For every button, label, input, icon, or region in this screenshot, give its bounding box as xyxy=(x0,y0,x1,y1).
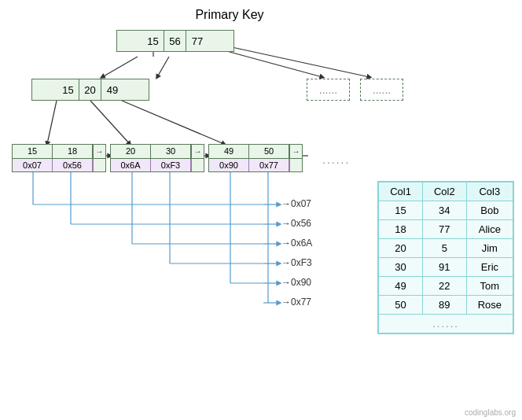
leaf1-bot-1: 0x07 xyxy=(13,159,53,172)
level1-node-left: 15 20 49 xyxy=(31,79,149,101)
table-row: 15 34 Bob xyxy=(379,201,513,220)
leaf-node-2: 20 30 → 0x6A 0xF3 xyxy=(110,144,204,172)
data-table: Col1 Col2 Col3 15 34 Bob 18 77 Alice 20 xyxy=(377,181,514,334)
root-node: 15 56 77 xyxy=(116,30,234,52)
right-ellipsis: ...... xyxy=(322,153,350,166)
watermark: codinglabs.org xyxy=(465,408,516,417)
l1-cell-2: 20 xyxy=(79,79,101,100)
table-row: 50 89 Rose xyxy=(379,296,513,315)
level1-dashed-1: ...... xyxy=(307,79,350,101)
table-row: 18 77 Alice xyxy=(379,220,513,239)
root-cell-1: 15 xyxy=(142,31,164,51)
leaf3-top-2: 50 xyxy=(249,145,289,158)
ptr-label-0x6A: →0x6A xyxy=(281,238,312,249)
ptr-label-0x77: →0x77 xyxy=(281,297,311,308)
table-row: 30 91 Eric xyxy=(379,258,513,277)
l1-cell-3: 49 xyxy=(101,79,123,100)
table-row: 20 5 Jim xyxy=(379,239,513,258)
svg-line-1 xyxy=(102,57,138,77)
root-cell-2: 56 xyxy=(164,31,186,51)
leaf2-top-1: 20 xyxy=(111,145,151,158)
ptr-label-0x56: →0x56 xyxy=(281,218,311,229)
leaf1-top-2: 18 xyxy=(53,145,93,158)
leaf3-bot-1: 0x90 xyxy=(209,159,249,172)
leaf-node-3: 49 50 → 0x90 0x77 xyxy=(208,144,303,172)
svg-line-6 xyxy=(90,101,130,144)
leaf2-bot-1: 0x6A xyxy=(111,159,151,172)
leaf2-bot-2: 0xF3 xyxy=(151,159,191,172)
ptr-label-0x90: →0x90 xyxy=(281,277,311,288)
svg-line-2 xyxy=(157,57,169,77)
main-container: Primary Key xyxy=(0,0,522,420)
table-row: 49 22 Tom xyxy=(379,277,513,296)
col-header-1: Col1 xyxy=(379,182,423,201)
svg-line-4 xyxy=(232,47,369,77)
ptr-label-0x07: →0x07 xyxy=(281,198,311,209)
leaf2-top-2: 30 xyxy=(151,145,191,158)
leaf1-bot-2: 0x56 xyxy=(53,159,93,172)
table-footer-row: ...... xyxy=(379,315,513,333)
svg-line-5 xyxy=(47,101,57,144)
level1-dashed-2: ...... xyxy=(360,79,403,101)
leaf1-top-1: 15 xyxy=(13,145,53,158)
svg-line-7 xyxy=(122,101,224,144)
root-cell-3: 77 xyxy=(186,31,208,51)
page-title: Primary Key xyxy=(0,8,514,22)
l1-cell-1: 15 xyxy=(57,79,79,100)
ptr-label-0xF3: →0xF3 xyxy=(281,257,312,268)
col-header-2: Col2 xyxy=(422,182,466,201)
leaf3-top-1: 49 xyxy=(209,145,249,158)
leaf3-bot-2: 0x77 xyxy=(249,159,289,172)
col-header-3: Col3 xyxy=(466,182,513,201)
leaf-node-1: 15 18 → 0x07 0x56 xyxy=(12,144,106,172)
